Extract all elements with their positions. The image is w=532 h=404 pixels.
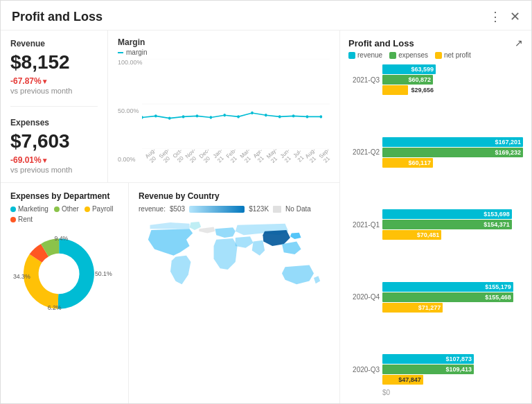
expenses-dept-panel: Expenses by Department Marketing Other [1, 183, 129, 403]
bar-row-net-profit: $60,117 [382, 158, 523, 168]
svg-point-5 [168, 116, 171, 119]
dept-legend: Marketing Other Payroll Rent [10, 205, 118, 223]
bar-row-revenue: $63,599 [382, 64, 523, 74]
bars-2021-q1: $153,698 $154,371 $70,481 [382, 209, 523, 240]
x-axis-bottom: $0 [348, 389, 523, 396]
profit-loss-title: Profit and Loss [348, 38, 414, 49]
more-options-icon[interactable]: ⋮ [489, 9, 502, 24]
margin-chart-area: 100.00% 50.00% 0.00% [118, 59, 330, 163]
bar-expenses: $169,232 [382, 148, 523, 157]
window-controls: ⋮ ✕ [489, 9, 520, 24]
top-row: Revenue $8,152 -67.87%▼ vs previous mont… [1, 30, 339, 183]
bar-label-2020-q4: 2020-Q4 [348, 293, 380, 301]
bar-row-net-profit: $47,847 [382, 375, 523, 385]
svg-point-6 [182, 115, 185, 118]
revenue-section: Revenue $8,152 -67.87%▼ vs previous mont… [10, 39, 98, 95]
no-data-label: No Data [285, 205, 311, 213]
svg-point-13 [278, 115, 281, 118]
svg-point-10 [237, 115, 240, 118]
y-label-0: 0.00% [118, 156, 136, 163]
revenue-vs: vs previous month [10, 87, 98, 95]
bar-net-profit: $70,481 [382, 230, 441, 240]
margin-chart: Margin margin 100.00% 50.00% 0.00% [108, 30, 339, 182]
bar-expenses: $155,468 [382, 292, 513, 302]
bar-net-profit: $60,117 [382, 158, 433, 168]
revenue-rect [348, 52, 355, 59]
bottom-row: Expenses by Department Marketing Other [1, 183, 339, 403]
main-window: Profit and Loss ⋮ ✕ Revenue $8,152 -67.8… [0, 0, 532, 404]
svg-point-8 [210, 116, 213, 118]
bar-group-2021-q2: 2021-Q2 $167,201 $169,232 [348, 137, 523, 168]
revenue-country-panel: Revenue by Country revenue: $503 $123K N… [129, 183, 339, 403]
svg-point-14 [292, 114, 295, 117]
expenses-rect [389, 52, 396, 59]
bar-net-profit: $47,847 [382, 375, 423, 385]
bar-revenue: $153,698 [382, 209, 512, 219]
bars-2021-q3: $63,599 $60,872 $29,656 [382, 64, 523, 95]
margin-title: Margin [118, 37, 330, 47]
bar-expenses: $60,872 [382, 75, 433, 85]
margin-legend-dot [118, 52, 123, 53]
svg-point-11 [251, 112, 254, 114]
bar-revenue: $63,599 [382, 64, 436, 74]
bar-group-2020-q4: 2020-Q4 $155,179 $155,468 [348, 282, 523, 313]
bar-revenue: $155,179 [382, 282, 513, 292]
bar-group-2021-q1: 2021-Q1 $153,698 $154,371 [348, 209, 523, 240]
revenue-value: $8,152 [10, 51, 98, 73]
bar-group-2020-q3: 2020-Q3 $107,873 $109,413 [348, 354, 523, 385]
revenue-country-title: Revenue by Country [139, 191, 330, 201]
bars-2020-q3: $107,873 $109,413 $47,847 [382, 354, 523, 385]
bar-row-net-profit: $29,656 [382, 85, 523, 95]
metrics-divider [10, 106, 98, 107]
svg-text:34.3%: 34.3% [13, 273, 30, 280]
content-area: Revenue $8,152 -67.87%▼ vs previous mont… [1, 30, 531, 403]
rent-color [10, 217, 16, 222]
svg-point-7 [196, 114, 199, 117]
window-title: Profit and Loss [12, 10, 103, 24]
legend-marketing: Marketing [10, 205, 48, 213]
no-data-swatch [273, 206, 281, 213]
bar-row-revenue: $167,201 [382, 137, 523, 147]
bar-row-revenue: $155,179 [382, 282, 523, 292]
right-legend: revenue expenses net profit [348, 51, 523, 59]
gradient-bar [189, 206, 245, 213]
svg-point-9 [223, 114, 226, 116]
revenue-legend-label: revenue: [139, 205, 166, 213]
legend-other: Other [54, 205, 79, 213]
bar-revenue: $107,873 [382, 354, 474, 364]
legend-payroll: Payroll [85, 205, 114, 213]
expand-icon[interactable]: ↗ [515, 37, 523, 49]
other-color [54, 207, 60, 212]
bar-label-2021-q2: 2021-Q2 [348, 148, 380, 156]
world-map [139, 217, 330, 307]
svg-text:6.2%: 6.2% [48, 304, 62, 311]
bar-row-expenses: $154,371 [382, 220, 523, 229]
bar-label-2021-q1: 2021-Q1 [348, 221, 380, 229]
bars-2021-q2: $167,201 $169,232 $60,117 [382, 137, 523, 168]
close-icon[interactable]: ✕ [510, 9, 520, 24]
expenses-section: Expenses $7,603 -69.01%▼ vs previous mon… [10, 118, 98, 174]
margin-x-axis: Aug-20Sep-20Oct-20Nov-20 Dec-20Jan-21Feb… [142, 149, 330, 163]
svg-text:50.1%: 50.1% [95, 270, 112, 277]
revenue-label: Revenue [10, 39, 98, 49]
revenue-change: -67.87%▼ [10, 76, 98, 86]
title-bar: Profit and Loss ⋮ ✕ [1, 1, 531, 30]
svg-point-3 [142, 116, 143, 118]
svg-point-16 [320, 115, 323, 118]
left-panel: Revenue $8,152 -67.87%▼ vs previous mont… [1, 30, 340, 403]
svg-point-15 [306, 115, 309, 118]
expenses-vs: vs previous month [10, 166, 98, 174]
legend-rent: Rent [10, 216, 33, 223]
bar-row-net-profit: $71,277 [382, 303, 523, 313]
bar-label-2021-q3: 2021-Q3 [348, 76, 380, 84]
profit-loss-panel: Profit and Loss ↗ revenue expenses net p… [340, 30, 531, 403]
expenses-label: Expenses [10, 118, 98, 128]
y-label-50: 50.00% [118, 107, 139, 114]
svg-text:9.4%: 9.4% [54, 235, 68, 242]
expenses-change: -69.01%▼ [10, 155, 98, 165]
margin-svg-container [142, 59, 330, 149]
payroll-color [85, 207, 90, 212]
bar-row-expenses: $155,468 [382, 292, 523, 302]
marketing-color [10, 207, 16, 212]
expenses-dept-title: Expenses by Department [10, 191, 118, 201]
